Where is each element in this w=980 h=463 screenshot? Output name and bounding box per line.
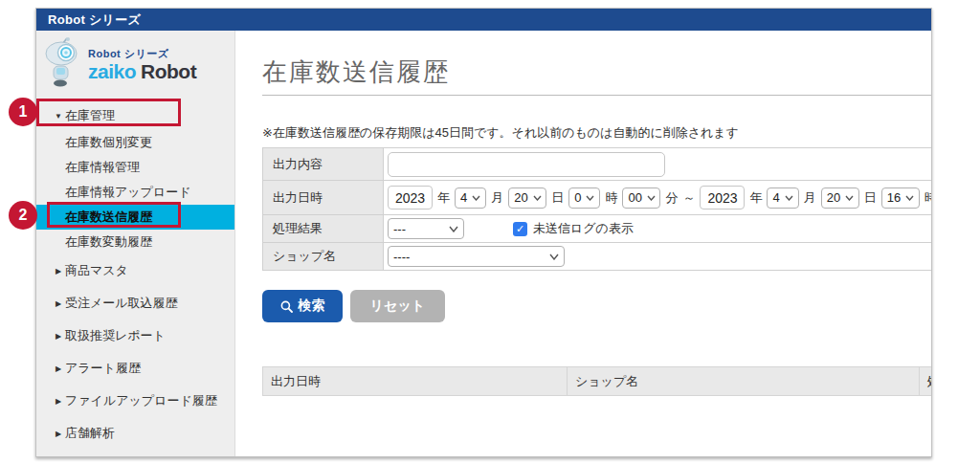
chevron-down-icon: ▼ bbox=[52, 112, 65, 121]
results-header-row: 出力日時 ショップ名 処理結果 bbox=[263, 367, 932, 396]
sidebar-item-order-mail-history[interactable]: ▶ 受注メール取込履歴 bbox=[36, 287, 234, 320]
annotation-badge-2: 2 bbox=[9, 201, 37, 230]
output-content-input[interactable] bbox=[388, 152, 665, 177]
to-hour-select[interactable]: 16 bbox=[881, 187, 920, 209]
sidebar-item-stock-info-upload[interactable]: 在庫情報アップロード bbox=[36, 180, 234, 205]
sidebar-item-stock-change-history[interactable]: 在庫数変動履歴 bbox=[36, 230, 234, 254]
logo-text: Robot シリーズ zaikoRobot bbox=[88, 48, 196, 81]
to-year-input[interactable] bbox=[700, 186, 745, 209]
search-icon bbox=[280, 300, 293, 313]
from-day-select[interactable]: 20 bbox=[508, 187, 546, 209]
output-datetime-label: 出力日時 bbox=[263, 181, 384, 215]
app-titlebar: Robot シリーズ bbox=[36, 9, 931, 31]
sidebar: Robot シリーズ zaikoRobot ▼ 在庫管理 在庫数個別変更 bbox=[36, 31, 235, 457]
chevron-down-icon bbox=[472, 195, 480, 201]
chevron-down-icon bbox=[549, 254, 559, 260]
chevron-down-icon bbox=[647, 195, 656, 201]
button-row: 検索 リセット bbox=[262, 290, 931, 322]
chevron-down-icon bbox=[586, 195, 594, 201]
from-month-select[interactable]: 4 bbox=[455, 187, 486, 209]
from-year-input[interactable] bbox=[388, 186, 433, 209]
results-table: 出力日時 ショップ名 処理結果 bbox=[262, 366, 931, 396]
chevron-down-icon bbox=[845, 195, 854, 201]
results-header-output-datetime: 出力日時 bbox=[263, 367, 568, 396]
sidebar-item-recommend-report[interactable]: ▶ 取扱推奨レポート bbox=[36, 320, 234, 352]
chevron-right-icon: ▶ bbox=[52, 332, 65, 341]
unsent-log-checkbox-label: 未送信ログの表示 bbox=[533, 220, 634, 237]
retention-note: ※在庫数送信履歴の保存期限は45日間です。それ以前のものは自動的に削除されます bbox=[262, 124, 931, 142]
unsent-log-checkbox[interactable]: ✓ bbox=[513, 222, 527, 236]
chevron-right-icon: ▶ bbox=[52, 299, 65, 308]
sidebar-menu: ▼ 在庫管理 在庫数個別変更 在庫情報管理 在庫情報アップロード 在庫数送信履歴 bbox=[36, 101, 234, 450]
process-result-label: 処理結果 bbox=[263, 215, 384, 243]
process-result-select[interactable]: --- bbox=[388, 218, 464, 239]
annotation-badge-1: 1 bbox=[9, 98, 37, 126]
app-title: Robot シリーズ bbox=[48, 11, 141, 29]
to-month-select[interactable]: 4 bbox=[767, 187, 798, 209]
main-content: 在庫数送信履歴 ※在庫数送信履歴の保存期限は45日間です。それ以前のものは自動的… bbox=[235, 31, 931, 457]
chevron-right-icon: ▶ bbox=[52, 364, 65, 373]
chevron-down-icon bbox=[905, 195, 914, 201]
chevron-down-icon bbox=[785, 195, 793, 201]
logo[interactable]: Robot シリーズ zaikoRobot bbox=[36, 31, 234, 98]
chevron-right-icon: ▶ bbox=[52, 397, 65, 406]
from-minute-select[interactable]: 00 bbox=[622, 187, 660, 209]
chevron-right-icon: ▶ bbox=[52, 267, 65, 276]
logo-zaiko: zaiko bbox=[88, 60, 136, 82]
sidebar-item-product-master[interactable]: ▶ 商品マスタ bbox=[36, 254, 234, 287]
sidebar-item-inventory-management[interactable]: ▼ 在庫管理 bbox=[36, 101, 234, 130]
sidebar-item-file-upload-history[interactable]: ▶ ファイルアップロード履歴 bbox=[36, 385, 234, 417]
robot-mascot-icon bbox=[44, 37, 82, 93]
sidebar-item-alert-history[interactable]: ▶ アラート履歴 bbox=[36, 352, 234, 385]
sidebar-item-stock-info-management[interactable]: 在庫情報管理 bbox=[36, 155, 234, 180]
logo-series-label: Robot シリーズ bbox=[88, 48, 196, 59]
search-button[interactable]: 検索 bbox=[262, 290, 343, 322]
app-window: Robot シリーズ bbox=[35, 8, 932, 457]
from-hour-select[interactable]: 0 bbox=[568, 187, 600, 209]
results-header-process-result: 処理結果 bbox=[920, 367, 932, 396]
reset-button[interactable]: リセット bbox=[350, 290, 445, 322]
chevron-down-icon bbox=[449, 226, 458, 232]
logo-robot: Robot bbox=[141, 60, 196, 82]
to-day-select[interactable]: 20 bbox=[821, 187, 859, 209]
sidebar-item-store-analysis[interactable]: ▶ 店舗解析 bbox=[36, 417, 234, 450]
chevron-right-icon: ▶ bbox=[52, 430, 65, 438]
chevron-down-icon bbox=[533, 195, 542, 201]
output-content-label: 出力内容 bbox=[263, 148, 384, 181]
search-form: 出力内容 出力日時 年 4 bbox=[262, 147, 931, 271]
page: Robot シリーズ bbox=[0, 0, 980, 463]
sidebar-item-stock-send-history[interactable]: 在庫数送信履歴 bbox=[36, 205, 234, 230]
results-header-shop-name: ショップ名 bbox=[568, 367, 920, 396]
sidebar-item-stock-individual-change[interactable]: 在庫数個別変更 bbox=[36, 130, 234, 155]
shop-name-label: ショップ名 bbox=[263, 243, 384, 271]
page-title: 在庫数送信履歴 bbox=[262, 55, 931, 96]
shop-name-select[interactable]: ---- bbox=[388, 246, 565, 267]
